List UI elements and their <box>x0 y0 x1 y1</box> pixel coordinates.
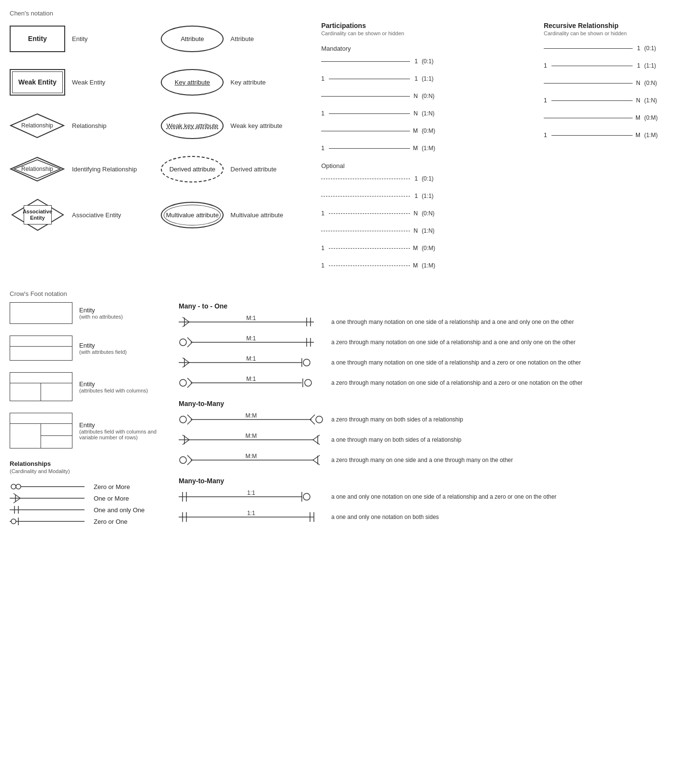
rec-line-2: N <box>544 77 640 89</box>
key-attribute-oval-label: Key attribute <box>175 79 210 86</box>
full-col-right <box>41 424 72 448</box>
zero-one-svg <box>10 516 87 527</box>
cols-header <box>10 373 72 383</box>
crows-entity-full: Entity (attributes field with columns an… <box>10 413 164 448</box>
legend-one-only-label: One and only One <box>94 506 152 514</box>
mm-desc-1: a one through many on both sides of a re… <box>331 436 668 443</box>
crows-title: Crow's Foot notation <box>10 290 668 297</box>
svg-line-27 <box>187 337 192 342</box>
legend-one-more-line <box>10 492 87 504</box>
opt-card-1: (1:1) <box>422 193 446 199</box>
part-row-2: N (0:N) <box>321 89 544 103</box>
m1-row-0: M:1 a one through many notation on one s… <box>179 315 668 329</box>
entity-sub-1: (with attributes field) <box>79 349 127 355</box>
part-line-area-4: M <box>321 125 418 137</box>
11-svg-0: 1:1 <box>179 490 324 504</box>
crows-entity-full-label: Entity (attributes field with columns an… <box>79 421 164 440</box>
part-card-5: (1:M) <box>422 145 446 152</box>
many-to-many-title: Many-to-Many <box>179 400 668 407</box>
full-row2 <box>41 436 72 448</box>
zero-more-svg <box>10 481 87 492</box>
part-line-0 <box>321 61 410 62</box>
crows-entity-attr-shape <box>10 336 72 361</box>
svg-line-68 <box>313 460 320 465</box>
crows-entity-cols-label: Entity (attributes field with columns) <box>79 380 148 393</box>
svg-line-10 <box>14 493 20 498</box>
opt-row-2: 1 N (0:N) <box>321 206 544 221</box>
cols-body <box>10 383 72 401</box>
relationship-item: Relationship Relationship <box>10 109 161 142</box>
mm-svg-2: M:M <box>179 453 324 467</box>
svg-point-37 <box>303 359 310 366</box>
entity-item-label: Entity <box>72 35 88 42</box>
one-more-svg <box>10 492 87 504</box>
opt-line-4 <box>329 248 410 249</box>
m1-row-2: M:1 a one through many notation on one s… <box>179 355 668 370</box>
m1-desc-3: a zero through many notation on one side… <box>331 379 668 386</box>
11-line-1: 1:1 <box>179 510 324 524</box>
rec-line-0: 1 <box>544 42 640 54</box>
full-col-left <box>10 424 41 448</box>
optional-title: Optional <box>321 162 544 169</box>
part-left-3: 1 <box>321 110 325 117</box>
participation-subtitle: Cardinality can be shown or hidden <box>321 30 544 36</box>
svg-line-42 <box>187 383 192 388</box>
relationships-legend-section: Relationships (Cardinality and Modality) <box>10 460 164 527</box>
many-to-one-section: Many - to - One <box>179 302 668 390</box>
opt-left-5: 1 <box>321 262 325 269</box>
rec-right-2: N <box>636 80 640 86</box>
weak-key-oval-label: Weak key attribute <box>167 122 218 129</box>
legend-zero-one-line <box>10 516 87 527</box>
part-row-4: M (0:M) <box>321 124 544 138</box>
entity-label-3: Entity <box>79 421 164 429</box>
svg-line-20 <box>183 317 189 322</box>
part-line-area-2: N <box>321 90 418 102</box>
part-row-1: 1 1 (1:1) <box>321 71 544 86</box>
legend-zero-one-label: Zero or One <box>94 518 152 525</box>
opt-line-area-3: N <box>321 225 418 237</box>
part-right-0: 1 <box>414 58 418 65</box>
relationships-subtitle: (Cardinality and Modality) <box>10 468 164 474</box>
key-attribute-item-label: Key attribute <box>230 79 266 86</box>
identifying-relationship-item: Relationship Identifying Relationship <box>10 152 161 186</box>
key-attribute-item: Key attribute Key attribute <box>161 65 321 99</box>
part-row-3: 1 N (1:N) <box>321 106 544 121</box>
rec-right-4: M <box>636 114 640 121</box>
multivalue-attribute-item: Multivalue attribute Multivalue attribut… <box>161 196 321 234</box>
svg-text:M:M: M:M <box>245 412 256 419</box>
opt-line-area-1: 1 <box>321 190 418 202</box>
rec-card-4: (0:M) <box>644 114 668 121</box>
entity-label: Entity <box>28 35 47 42</box>
svg-line-49 <box>187 420 192 424</box>
many-to-one-title: Many - to - One <box>179 302 668 310</box>
part-left-5: 1 <box>321 145 325 152</box>
multivalue-oval-label: Multivalue attribute <box>166 211 219 219</box>
part-right-1: 1 <box>414 75 418 82</box>
entity-item: Entity Entity <box>10 22 161 56</box>
multivalue-attribute-shape: Multivalue attribute <box>161 202 224 228</box>
opt-line-area-2: 1 N <box>321 208 418 219</box>
opt-card-2: (0:N) <box>422 210 446 217</box>
svg-point-50 <box>180 416 186 423</box>
weak-entity-shape: Weak Entity <box>10 69 65 96</box>
m1-row-1: M:1 a zero through many notation on one … <box>179 335 668 350</box>
entity-shape: Entity <box>10 26 65 52</box>
weak-entity-item-label: Weak Entity <box>72 79 105 86</box>
legend-one-more: One or More <box>10 492 164 504</box>
opt-left-2: 1 <box>321 210 325 217</box>
assoc-label: AssociativeEntity <box>23 209 52 221</box>
legend-zero-more-label: Zero or More <box>94 483 152 490</box>
legend-zero-more-line <box>10 481 87 492</box>
svg-line-41 <box>187 378 192 383</box>
part-line-area-1: 1 1 <box>321 73 418 84</box>
svg-point-66 <box>180 457 186 463</box>
weak-entity-label: Weak Entity <box>18 78 56 86</box>
associative-entity-item: AssociativeEntity Associative Entity <box>10 196 161 234</box>
rec-right-5: M <box>636 132 640 139</box>
m1-svg-3: M:1 <box>179 376 324 390</box>
11-desc-1: a one and only one notation on both side… <box>331 514 668 520</box>
opt-row-1: 1 (1:1) <box>321 189 544 203</box>
crows-left: Entity (with no attributes) Entity (with… <box>10 302 164 534</box>
col-left <box>10 383 41 401</box>
rec-card-2: (0:N) <box>644 80 668 86</box>
